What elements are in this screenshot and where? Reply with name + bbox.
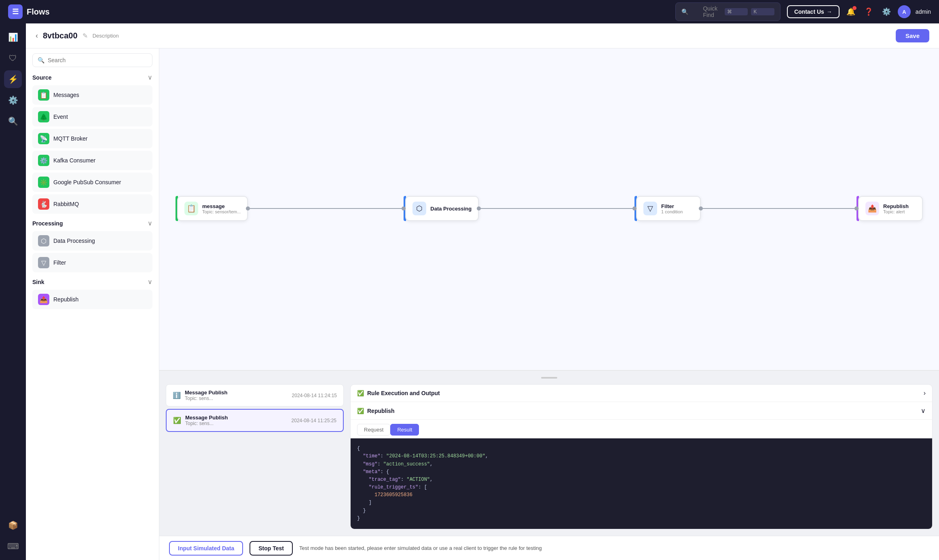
topnav: ☰ Flows 🔍 Quick Find ⌘ K Contact Us → 🔔 … — [0, 0, 939, 23]
rule-execution-section[interactable]: ✅ Rule Execution and Output › — [351, 385, 932, 402]
drag-handle[interactable] — [166, 377, 933, 379]
message-node-icon: 📋 — [184, 202, 198, 215]
source-item-rabbitmq[interactable]: 🐇 RabbitMQ — [32, 194, 152, 214]
mqtt-label: MQTT Broker — [53, 135, 88, 142]
rule-execution-label: Rule Execution and Output — [367, 390, 440, 396]
kafka-icon: ⚙️ — [38, 155, 49, 166]
search-placeholder: Quick Find — [703, 5, 721, 18]
tab-result[interactable]: Result — [390, 424, 419, 436]
node-republish-box[interactable]: 📤 Republish Topic: alert — [858, 196, 923, 221]
rabbitmq-label: RabbitMQ — [53, 201, 79, 207]
data-processing-icon: ⬡ — [38, 235, 49, 246]
kafka-label: Kafka Consumer — [53, 157, 95, 164]
source-item-mqtt[interactable]: 📡 MQTT Broker — [32, 129, 152, 148]
pubsub-icon: ✳️ — [38, 177, 49, 188]
sink-section-header: Sink ∨ — [32, 278, 152, 286]
test-item-1[interactable]: ℹ️ Message Publish Topic: sens... 2024-0… — [166, 384, 344, 406]
rule-execution-chevron: › — [924, 389, 926, 397]
sidebar-panel: 🔍 Source ∨ 📋 Messages 🌲 Event 📡 MQTT Bro… — [26, 47, 159, 560]
processing-items-list: ⬡ Data Processing ▽ Filter — [32, 231, 152, 272]
input-simulated-data-button[interactable]: Input Simulated Data — [169, 541, 243, 556]
sidebar-icon-terminal[interactable]: ⌨ — [4, 537, 22, 555]
footer-bar: Input Simulated Data Stop Test Test mode… — [159, 536, 939, 560]
event-label: Event — [53, 114, 68, 120]
help-button[interactable]: ❓ — [862, 5, 875, 18]
processing-title: Processing — [32, 220, 63, 227]
filter-node-icon: ▽ — [643, 202, 657, 215]
republish-section[interactable]: ✅ Republish ∨ — [351, 402, 932, 420]
tab-request[interactable]: Request — [357, 424, 390, 436]
filter-node-info: Filter 1 condition — [661, 203, 683, 214]
sink-item-republish[interactable]: 📤 Republish — [32, 290, 152, 309]
sidebar-icon-dashboard[interactable]: 📊 — [4, 28, 22, 46]
node-filter-box[interactable]: ▽ Filter 1 condition — [636, 196, 701, 221]
filter-node-label: Filter — [661, 203, 683, 209]
footer-message: Test mode has been started, please enter… — [299, 545, 542, 551]
dot-left-1 — [246, 206, 250, 211]
filter-icon: ▽ — [38, 257, 49, 268]
republish-icon: 📤 — [38, 294, 49, 305]
source-item-kafka[interactable]: ⚙️ Kafka Consumer — [32, 151, 152, 170]
republish-node-icon: 📤 — [865, 202, 879, 215]
notifications-button[interactable]: 🔔 — [844, 5, 857, 18]
republish-section-label: Republish — [367, 408, 395, 414]
stop-test-button[interactable]: Stop Test — [250, 541, 293, 556]
source-title: Source — [32, 74, 51, 81]
pubsub-label: Google PubSub Consumer — [53, 179, 121, 185]
save-button[interactable]: Save — [896, 29, 929, 42]
sidebar-icon-packages[interactable]: 📦 — [4, 516, 22, 534]
quick-find-search[interactable]: 🔍 Quick Find ⌘ K — [675, 2, 780, 21]
test-item-1-time: 2024-08-14 11:24:15 — [292, 393, 337, 398]
republish-node-sub: Topic: alert — [883, 209, 909, 214]
message-node-info: message Topic: sensor/tem... — [202, 203, 241, 214]
dot-left-2 — [477, 206, 481, 211]
settings-button[interactable]: ⚙️ — [880, 5, 893, 18]
test-item-2-sub: Topic: sens... — [185, 421, 288, 426]
sidebar-icon-flows[interactable]: ⚡ — [4, 70, 22, 88]
source-item-event[interactable]: 🌲 Event — [32, 107, 152, 126]
search-input[interactable] — [48, 57, 147, 63]
test-item-2-icon: ✅ — [173, 417, 181, 424]
node-dataprocessing-box[interactable]: ⬡ Data Processing — [405, 196, 479, 221]
sink-items-list: 📤 Republish — [32, 290, 152, 309]
edit-icon[interactable]: ✎ — [82, 32, 88, 40]
dot-left-3 — [699, 206, 703, 211]
app-title: Flows — [27, 7, 50, 17]
republish-section-title: ✅ Republish — [357, 408, 395, 414]
test-item-2[interactable]: ✅ Message Publish Topic: sens... 2024-08… — [166, 409, 344, 432]
mqtt-icon: 📡 — [38, 133, 49, 144]
flow-description: Description — [93, 33, 119, 39]
messages-label: Messages — [53, 92, 79, 98]
source-item-pubsub[interactable]: ✳️ Google PubSub Consumer — [32, 173, 152, 192]
processing-item-filter[interactable]: ▽ Filter — [32, 253, 152, 272]
sink-toggle[interactable]: ∨ — [148, 278, 152, 286]
processing-item-data[interactable]: ⬡ Data Processing — [32, 231, 152, 251]
messages-icon: 📋 — [38, 89, 49, 101]
node-message-box[interactable]: 📋 message Topic: sensor/tem... — [177, 196, 248, 221]
source-section-header: Source ∨ — [32, 74, 152, 81]
processing-toggle[interactable]: ∨ — [148, 219, 152, 227]
sidebar-icon-security[interactable]: 🛡 — [4, 49, 22, 67]
data-processing-label: Data Processing — [53, 238, 95, 244]
test-item-2-info: Message Publish Topic: sens... — [185, 415, 288, 426]
kbd-cmd: ⌘ — [725, 8, 748, 15]
contact-us-button[interactable]: Contact Us → — [787, 5, 840, 18]
kbd-k: K — [751, 8, 774, 15]
test-item-1-sub: Topic: sens... — [185, 396, 288, 401]
search-icon: 🔍 — [681, 8, 700, 15]
back-button[interactable]: ‹ — [36, 32, 38, 40]
test-detail: ✅ Rule Execution and Output › ✅ Republis… — [350, 384, 933, 529]
rabbitmq-icon: 🐇 — [38, 198, 49, 210]
sidebar-icon-search[interactable]: 🔍 — [4, 112, 22, 130]
source-item-messages[interactable]: 📋 Messages — [32, 85, 152, 105]
dataprocessing-node-label: Data Processing — [430, 206, 472, 212]
sidebar-icon-settings[interactable]: ⚙️ — [4, 91, 22, 109]
test-item-2-title: Message Publish — [185, 415, 288, 421]
sink-title: Sink — [32, 279, 44, 285]
search-icon: 🔍 — [38, 57, 44, 63]
test-item-1-info: Message Publish Topic: sens... — [185, 389, 288, 401]
search-box[interactable]: 🔍 — [32, 53, 152, 67]
test-items-list: ℹ️ Message Publish Topic: sens... 2024-0… — [166, 384, 344, 529]
source-toggle[interactable]: ∨ — [148, 74, 152, 81]
drag-handle-bar — [541, 377, 557, 379]
